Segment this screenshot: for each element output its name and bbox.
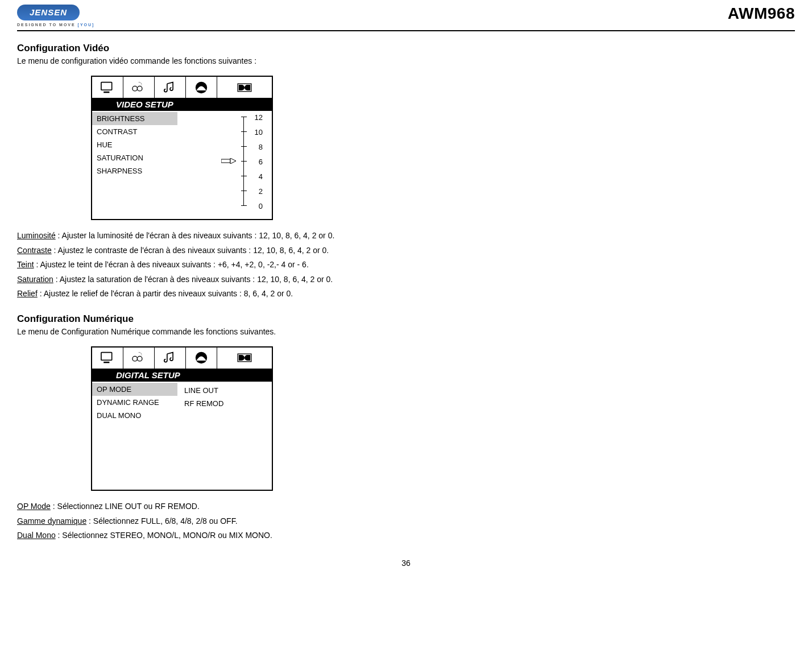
video-desc-list: Luminosité : Ajuster la luminosité de l'… (17, 230, 795, 300)
tab-video-icon (92, 77, 123, 98)
scale-0: 0 (249, 202, 263, 210)
section2-title: Configuration Numérique (17, 313, 795, 325)
page-header: JENSEN DESIGNED TO MOVE [YOU] AWM968 (17, 5, 795, 31)
section2-intro: Le menu de Configuration Numérique comma… (17, 327, 795, 336)
video-menu-list: BRIGHTNESS CONTRAST HUE SATURATION SHARP… (92, 111, 177, 219)
value-rf-remod[interactable]: RF REMOD (182, 397, 267, 410)
scale-pointer-icon (221, 158, 236, 164)
tab-audio-icon (155, 77, 186, 98)
svg-rect-10 (103, 362, 109, 363)
video-setup-panel: VIDEO SETUP BRIGHTNESS CONTRAST HUE SATU… (91, 76, 273, 220)
value-line-out[interactable]: LINE OUT (182, 384, 267, 397)
scale-bot-cap (241, 205, 247, 206)
scale-12: 12 (249, 113, 263, 122)
scale-2: 2 (249, 187, 263, 196)
svg-point-3 (132, 86, 138, 91)
svg-point-11 (132, 357, 138, 362)
menu-brightness[interactable]: BRIGHTNESS (92, 112, 177, 125)
digital-value-list: LINE OUT RF REMOD (177, 382, 272, 490)
tab2-audio-icon (155, 348, 186, 369)
desc-opmode: OP Mode : Sélectionnez LINE OUT ou RF RE… (17, 501, 795, 512)
tab2-dolby-icon (217, 348, 272, 369)
model-number: AWM968 (728, 5, 795, 23)
tab-language-icon (123, 77, 155, 98)
menu-dynamic-range[interactable]: DYNAMIC RANGE (92, 396, 177, 409)
menu-dual-mono[interactable]: DUAL MONO (92, 409, 177, 422)
tab2-language-icon (123, 348, 155, 369)
setup-tabs (92, 77, 272, 98)
scale-6: 6 (249, 158, 263, 166)
panel-title-row: VIDEO SETUP (92, 98, 272, 111)
tagline-prefix: DESIGNED TO MOVE (17, 23, 78, 27)
section1-title: Configuration Vidéo (17, 43, 795, 54)
brand-logo: JENSEN (17, 5, 80, 20)
digital-desc-list: OP Mode : Sélectionnez LINE OUT ou RF RE… (17, 501, 795, 541)
digital-setup-panel: DIGITAL SETUP OP MODE DYNAMIC RANGE DUAL… (91, 346, 273, 491)
brand-tagline: DESIGNED TO MOVE [YOU] (17, 23, 94, 27)
tagline-you: [YOU] (78, 23, 95, 27)
page-number: 36 (17, 559, 795, 568)
menu-opmode[interactable]: OP MODE (92, 383, 177, 396)
svg-rect-1 (102, 82, 111, 89)
brand-block: JENSEN DESIGNED TO MOVE [YOU] (17, 5, 94, 27)
setup-tabs-2 (92, 348, 272, 369)
svg-point-12 (137, 357, 142, 362)
desc-relief: Relief : Ajustez le relief de l'écran à … (17, 288, 795, 300)
digital-menu-list: OP MODE DYNAMIC RANGE DUAL MONO (92, 382, 177, 490)
desc-saturation: Saturation : Ajustez la saturation de l'… (17, 274, 795, 286)
svg-rect-2 (103, 91, 109, 93)
section1-intro: Le menu de configuration vidéo commande … (17, 56, 795, 65)
digital-setup-title: DIGITAL SETUP (108, 369, 190, 381)
menu-hue[interactable]: HUE (92, 138, 177, 151)
video-setup-title: VIDEO SETUP (108, 98, 184, 110)
tab-rating-icon (186, 77, 217, 98)
tab2-rating-icon (186, 348, 217, 369)
scale-top-cap (241, 117, 247, 117)
scale-10: 10 (249, 128, 263, 136)
menu-contrast[interactable]: CONTRAST (92, 125, 177, 138)
desc-gamme-dynamique: Gamme dynamique : Sélectionnez FULL, 6/8… (17, 516, 795, 527)
svg-point-4 (137, 86, 142, 91)
video-scale: 12 10 8 6 4 2 0 (177, 111, 272, 219)
menu-saturation[interactable]: SATURATION (92, 151, 177, 164)
scale-8: 8 (249, 143, 263, 151)
menu-sharpness[interactable]: SHARPNESS (92, 164, 177, 177)
desc-dual-mono: Dual Mono : Sélectionnez STEREO, MONO/L,… (17, 530, 795, 541)
tab2-video-icon (92, 348, 123, 369)
svg-rect-9 (102, 353, 111, 360)
panel2-title-row: DIGITAL SETUP (92, 369, 272, 382)
scale-4: 4 (249, 172, 263, 181)
tab-dolby-icon (217, 77, 272, 98)
desc-contraste: Contraste : Ajustez le contraste de l'éc… (17, 245, 795, 257)
desc-teint: Teint : Ajustez le teint de l'écran à de… (17, 259, 795, 271)
desc-luminosite: Luminosité : Ajuster la luminosité de l'… (17, 230, 795, 242)
svg-rect-7 (221, 159, 230, 163)
